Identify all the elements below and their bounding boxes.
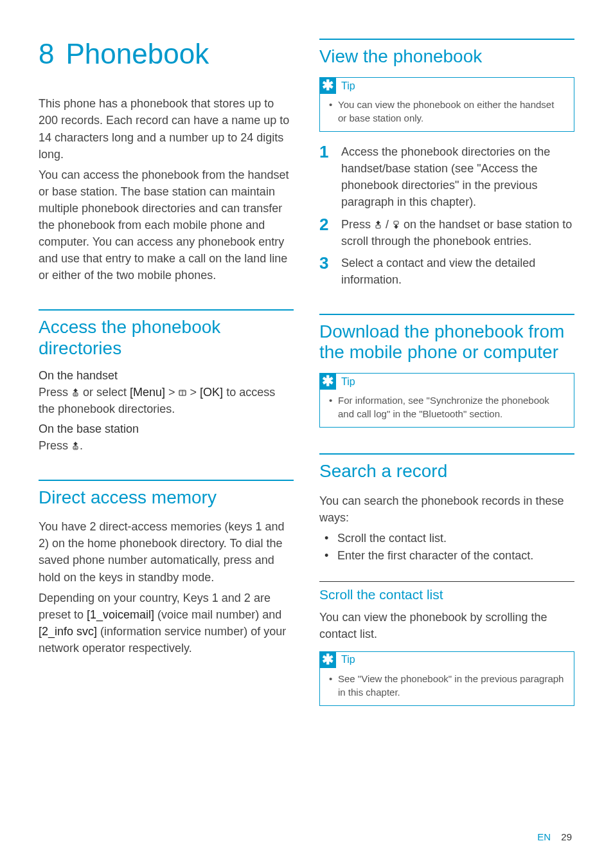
section-download-title: Download the phonebook from the mobile p… [319, 321, 574, 363]
view-steps: 1 Access the phonebook directories on th… [319, 143, 574, 288]
step-1: 1 Access the phonebook directories on th… [319, 143, 574, 210]
section-access-title: Access the phonebook directories [39, 317, 294, 358]
ok-label: [OK] [200, 386, 223, 399]
up-phonebook-icon [71, 442, 80, 450]
scroll-text: You can view the phonebook by scrolling … [319, 609, 574, 642]
tip-box-view: ✱ Tip You can view the phonebook on eith… [319, 77, 574, 132]
chapter-title: 8Phonebook [39, 39, 294, 69]
tip-box-scroll: ✱ Tip See "View the phonebook" in the pr… [319, 651, 574, 706]
intro-paragraph-2: You can access the phonebook from the ha… [39, 167, 294, 284]
section-divider [39, 309, 294, 311]
tip-content: You can view the phonebook on either the… [320, 96, 574, 131]
tip-header: ✱ Tip [320, 652, 574, 671]
section-divider [319, 39, 574, 40]
tip-label: Tip [341, 80, 355, 92]
tip-label: Tip [341, 376, 355, 388]
svg-rect-10 [376, 225, 380, 228]
search-intro: You can search the phonebook records in … [319, 493, 574, 526]
step-3: 3 Select a contact and view the detailed… [319, 255, 574, 288]
page-footer: EN 29 [537, 831, 572, 842]
step-text: Access the phonebook directories on the … [341, 143, 574, 210]
section-search-title: Search a record [319, 461, 574, 482]
direct-paragraph-2: Depending on your country, Keys 1 and 2 … [39, 590, 294, 656]
on-base-text: Press . [39, 437, 294, 454]
svg-rect-0 [73, 393, 78, 396]
on-handset-heading: On the handset [39, 369, 294, 383]
tip-text: See "View the phonebook" in the previous… [329, 672, 565, 699]
search-method-char: Enter the first character of the contact… [319, 547, 574, 565]
subsection-scroll-title: Scroll the contact list [319, 587, 574, 602]
up-phonebook-icon [71, 388, 80, 397]
section-divider [319, 453, 574, 455]
tip-header: ✱ Tip [320, 374, 574, 392]
step-number: 1 [319, 143, 331, 210]
tip-content: See "View the phonebook" in the previous… [320, 671, 574, 705]
svg-rect-11 [394, 221, 398, 224]
asterisk-icon: ✱ [319, 77, 336, 94]
chapter-number: 8 [39, 38, 54, 69]
tip-text: You can view the phonebook on either the… [329, 98, 565, 125]
section-view-title: View the phonebook [319, 46, 574, 67]
search-method-scroll: Scroll the contact list. [319, 530, 574, 547]
footer-page-number: 29 [561, 831, 572, 842]
info-svc-key: [2_info svc] [39, 625, 97, 638]
up-phonebook-icon [374, 221, 382, 229]
book-icon [179, 389, 187, 397]
search-methods: Scroll the contact list. Enter the first… [319, 530, 574, 565]
tip-header: ✱ Tip [320, 78, 574, 96]
step-number: 2 [319, 216, 331, 249]
section-divider [39, 480, 294, 481]
step-number: 3 [319, 255, 331, 288]
section-direct-title: Direct access memory [39, 487, 294, 508]
tip-label: Tip [341, 654, 355, 665]
asterisk-icon: ✱ [319, 651, 336, 668]
chapter-name: Phonebook [66, 38, 209, 69]
down-redial-icon [392, 221, 400, 229]
subsection-divider [319, 581, 574, 582]
tip-content: For information, see "Synchronize the ph… [320, 392, 574, 427]
on-handset-text: Press or select [Menu] > > [OK] to acces… [39, 384, 294, 417]
tip-box-download: ✱ Tip For information, see "Synchronize … [319, 373, 574, 428]
svg-rect-7 [73, 446, 78, 449]
intro-paragraph-1: This phone has a phonebook that stores u… [39, 95, 294, 162]
left-column: 8Phonebook This phone has a phonebook th… [39, 39, 294, 718]
right-column: View the phonebook ✱ Tip You can view th… [319, 39, 574, 718]
asterisk-icon: ✱ [319, 373, 336, 390]
page-container: 8Phonebook This phone has a phonebook th… [0, 0, 613, 743]
step-text: Select a contact and view the detailed i… [341, 255, 574, 288]
footer-lang: EN [537, 831, 551, 842]
section-divider [319, 314, 574, 315]
menu-label: [Menu] [130, 386, 165, 399]
voicemail-key: [1_voicemail] [87, 608, 154, 621]
tip-text: For information, see "Synchronize the ph… [329, 393, 565, 420]
step-2: 2 Press / on the handset or base station… [319, 216, 574, 249]
on-base-heading: On the base station [39, 422, 294, 436]
step-text: Press / on the handset or base station t… [341, 216, 574, 249]
direct-paragraph-1: You have 2 direct-access memories (keys … [39, 518, 294, 585]
